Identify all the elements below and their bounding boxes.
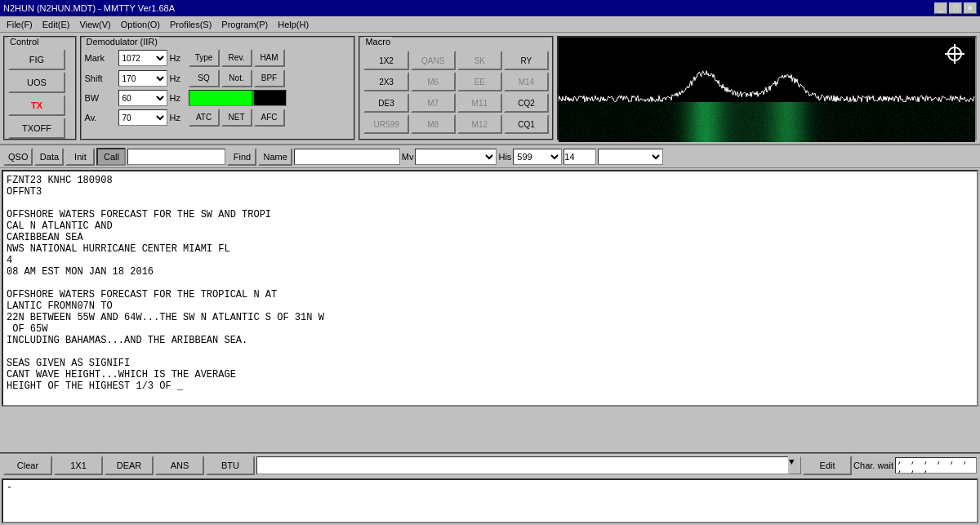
his-label: His	[498, 152, 511, 162]
menu-edit[interactable]: Edit(E)	[38, 18, 75, 31]
filter-buttons: SQ Not. BPF	[189, 69, 285, 87]
macro-sk[interactable]: SK	[457, 51, 502, 70]
char-wait-display: , , , , , , , , ,	[895, 457, 977, 474]
controls-area: Control FIG UOS TX TXOFF Demodulator (II…	[0, 33, 980, 145]
name-input[interactable]	[294, 149, 400, 165]
macro-m7[interactable]: M7	[411, 93, 456, 113]
demodulator-panel: Demodulator (IIR) Mark 1072 Hz Type Rev.…	[80, 36, 356, 140]
macro-grid: 1X2 QANS SK RY 2X3 M6 EE M14 DE3 M7 M11 …	[363, 51, 549, 134]
av-hz: Hz	[170, 113, 186, 122]
his-select[interactable]: 599	[513, 149, 562, 165]
bottom-input[interactable]	[256, 456, 801, 474]
send-textarea[interactable]: -	[2, 478, 978, 523]
ans-button[interactable]: ANS	[155, 456, 204, 475]
maximize-button[interactable]: □	[949, 2, 962, 14]
macro-2x3[interactable]: 2X3	[363, 72, 408, 91]
type-button[interactable]: Type	[189, 49, 220, 67]
edit-button[interactable]: Edit	[803, 456, 852, 475]
call-button[interactable]: Call	[96, 148, 126, 166]
ham-button[interactable]: HAM	[254, 49, 285, 67]
not-button[interactable]: Not.	[221, 69, 252, 87]
signal-marker	[252, 91, 254, 105]
macro-ur599[interactable]: UR599	[363, 114, 408, 134]
menu-file[interactable]: File(F)	[2, 18, 38, 31]
mv-label: Mv	[402, 152, 414, 162]
bw-row: BW 60 Hz	[85, 90, 351, 106]
bw-hz: Hz	[170, 93, 186, 103]
menu-option[interactable]: Option(O)	[116, 18, 165, 31]
char-wait-dots: , , , , , , , , ,	[898, 456, 974, 474]
bpf-button[interactable]: BPF	[254, 69, 285, 87]
title-text: N2HUN (N2HUN.MDT) - MMTTY Ver1.68A	[3, 3, 175, 13]
macro-1x2[interactable]: 1X2	[363, 51, 408, 70]
mark-hz: Hz	[170, 53, 186, 63]
signal-fill	[189, 91, 252, 105]
control-panel: Control FIG UOS TX TXOFF	[3, 36, 77, 140]
type-buttons: Type Rev. HAM	[189, 49, 285, 67]
shift-row: Shift 170 Hz SQ Not. BPF	[85, 69, 351, 87]
macro-m11[interactable]: M11	[457, 93, 502, 113]
macro-cq2[interactable]: CQ2	[504, 93, 549, 113]
dropdown-arrow[interactable]: ▼	[788, 456, 801, 474]
mark-select[interactable]: 1072	[118, 50, 167, 66]
bw-select[interactable]: 60	[118, 90, 167, 106]
receive-textarea[interactable]	[2, 170, 978, 407]
macro-panel: Macro 1X2 QANS SK RY 2X3 M6 EE M14 DE3 M…	[359, 36, 554, 140]
sq-button[interactable]: SQ	[189, 69, 220, 87]
mark-row: Mark 1072 Hz Type Rev. HAM	[85, 49, 351, 67]
macro-ee[interactable]: EE	[457, 72, 502, 91]
close-button[interactable]: ✕	[964, 2, 977, 14]
uos-button[interactable]: UOS	[8, 72, 65, 93]
menu-help[interactable]: Help(H)	[273, 18, 314, 31]
macro-de3[interactable]: DE3	[363, 93, 408, 113]
shift-select[interactable]: 170	[118, 70, 167, 87]
macro-m14[interactable]: M14	[504, 72, 549, 91]
shift-label: Shift	[85, 73, 116, 83]
extra-select[interactable]	[598, 149, 663, 165]
init-button[interactable]: Init	[65, 148, 95, 166]
1x1-button[interactable]: 1X1	[54, 456, 103, 475]
send-section: -	[0, 477, 980, 525]
qso-bar: QSO Data Init Call Find Name Mv His 599	[0, 145, 980, 168]
number-input[interactable]	[564, 149, 596, 165]
av-row: Av. 70 Hz ATC NET AFC	[85, 109, 351, 127]
macro-m8[interactable]: M8	[411, 114, 456, 134]
input-container: ▼	[256, 456, 801, 474]
shift-hz: Hz	[170, 73, 186, 83]
atc-button[interactable]: ATC	[189, 109, 220, 127]
qso-button[interactable]: QSO	[3, 148, 33, 166]
tx-button[interactable]: TX	[8, 95, 65, 116]
btu-button[interactable]: BTU	[206, 456, 255, 475]
minimize-button[interactable]: _	[934, 2, 947, 14]
bottom-toolbar: Clear 1X1 DEAR ANS BTU ▼ Edit Char. wait…	[0, 452, 980, 477]
afc-button[interactable]: AFC	[254, 109, 285, 127]
macro-ry[interactable]: RY	[504, 51, 549, 70]
spectrum-panel	[557, 36, 977, 140]
menu-view[interactable]: View(V)	[74, 18, 115, 31]
title-bar: N2HUN (N2HUN.MDT) - MMTTY Ver1.68A _ □ ✕	[0, 0, 980, 16]
receive-section	[0, 168, 980, 452]
mark-label: Mark	[85, 53, 116, 63]
mv-select[interactable]	[415, 149, 497, 165]
net-button[interactable]: NET	[221, 109, 252, 127]
macro-m12[interactable]: M12	[457, 114, 502, 134]
dear-button[interactable]: DEAR	[105, 456, 154, 475]
fig-button[interactable]: FIG	[8, 49, 65, 70]
call-input[interactable]	[127, 149, 225, 165]
txoff-button[interactable]: TXOFF	[8, 118, 65, 139]
data-button[interactable]: Data	[34, 148, 64, 166]
demodulator-label: Demodulator (IIR)	[85, 37, 159, 47]
macro-cq1[interactable]: CQ1	[504, 114, 549, 134]
clear-button[interactable]: Clear	[3, 456, 52, 475]
macro-qans[interactable]: QANS	[411, 51, 456, 70]
rev-button[interactable]: Rev.	[221, 49, 252, 67]
spectrum-canvas	[559, 38, 975, 142]
av-label: Av.	[85, 113, 116, 122]
name-button[interactable]: Name	[258, 148, 292, 166]
menu-profiles[interactable]: Profiles(S)	[165, 18, 216, 31]
macro-label: Macro	[363, 37, 392, 47]
menu-program[interactable]: Program(P)	[216, 18, 273, 31]
macro-m6[interactable]: M6	[411, 72, 456, 91]
av-select[interactable]: 70	[118, 109, 167, 126]
find-button[interactable]: Find	[227, 148, 256, 166]
